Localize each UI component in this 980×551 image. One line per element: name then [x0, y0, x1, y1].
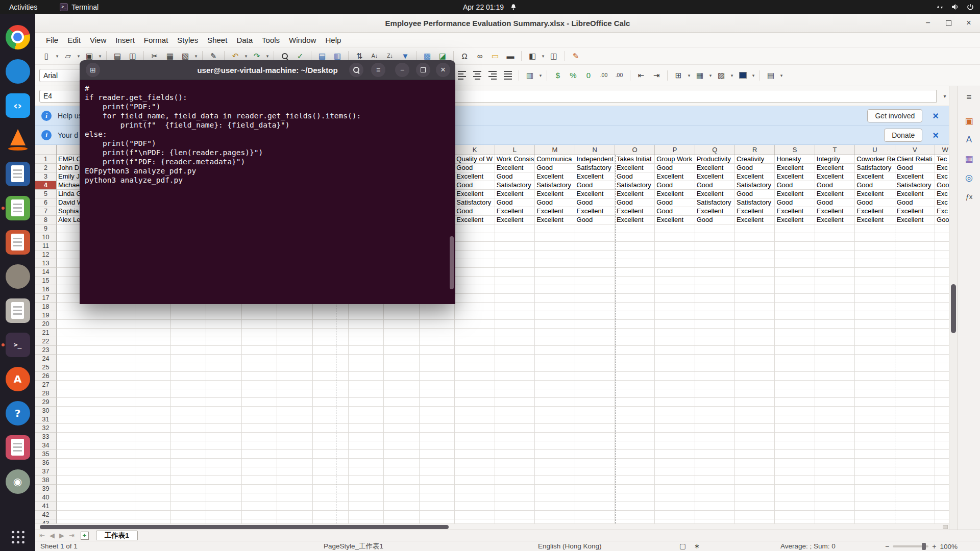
- cell-V5[interactable]: Excellent: [895, 190, 935, 198]
- cell-G25[interactable]: [313, 363, 349, 372]
- cell-A32[interactable]: [57, 424, 135, 433]
- cell-D21[interactable]: [206, 329, 242, 337]
- cell-T30[interactable]: [815, 407, 855, 415]
- cell-A34[interactable]: [57, 441, 135, 450]
- cell-D31[interactable]: [206, 415, 242, 424]
- cell-U16[interactable]: [855, 285, 895, 294]
- align-right-button[interactable]: [485, 69, 500, 82]
- cell-D25[interactable]: [206, 363, 242, 372]
- cell-H21[interactable]: [349, 329, 384, 337]
- cell-K23[interactable]: [455, 346, 495, 355]
- cell-B39[interactable]: [135, 485, 171, 493]
- cell-Q34[interactable]: [695, 441, 735, 450]
- cell-W3[interactable]: Exc: [935, 172, 949, 181]
- cell-W7[interactable]: Exc: [935, 207, 949, 216]
- cell-I24[interactable]: [384, 355, 420, 363]
- dock-item-messenger[interactable]: [0, 54, 35, 88]
- previous-sheet-button[interactable]: ◀: [50, 532, 55, 539]
- cell-K25[interactable]: [455, 363, 495, 372]
- cell-H23[interactable]: [349, 346, 384, 355]
- row-header-40[interactable]: 40: [35, 493, 57, 502]
- cell-D26[interactable]: [206, 372, 242, 381]
- cell-B22[interactable]: [135, 337, 171, 346]
- cell-Q13[interactable]: [695, 259, 735, 268]
- cell-W17[interactable]: [935, 294, 949, 303]
- cell-A28[interactable]: [57, 389, 135, 398]
- cell-B28[interactable]: [135, 389, 171, 398]
- cell-S29[interactable]: [775, 398, 815, 407]
- cell-N1[interactable]: Independent: [575, 155, 615, 164]
- cell-I40[interactable]: [384, 493, 420, 502]
- cell-I30[interactable]: [384, 407, 420, 415]
- cell-G40[interactable]: [313, 493, 349, 502]
- cell-K35[interactable]: [455, 450, 495, 459]
- dock-item-settings[interactable]: ◉: [0, 464, 35, 498]
- cell-J28[interactable]: [420, 389, 455, 398]
- cell-S20[interactable]: [775, 320, 815, 329]
- cell-L29[interactable]: [495, 398, 535, 407]
- cell-U29[interactable]: [855, 398, 895, 407]
- cell-W16[interactable]: [935, 285, 949, 294]
- cell-U5[interactable]: Excellent: [855, 190, 895, 198]
- cell-J33[interactable]: [420, 433, 455, 441]
- cell-K41[interactable]: [455, 502, 495, 511]
- cell-M19[interactable]: [535, 311, 575, 320]
- cell-H41[interactable]: [349, 502, 384, 511]
- cell-W43[interactable]: [935, 519, 949, 523]
- cell-V36[interactable]: [895, 459, 935, 467]
- cell-J24[interactable]: [420, 355, 455, 363]
- border-color-dropdown-icon[interactable]: ▾: [729, 73, 734, 78]
- cell-W18[interactable]: [935, 303, 949, 311]
- cell-M35[interactable]: [535, 450, 575, 459]
- cell-F30[interactable]: [277, 407, 313, 415]
- show-applications-button[interactable]: [11, 530, 24, 544]
- cell-O34[interactable]: [615, 441, 655, 450]
- cell-B35[interactable]: [135, 450, 171, 459]
- cell-D27[interactable]: [206, 381, 242, 389]
- cell-D42[interactable]: [206, 511, 242, 519]
- cell-S25[interactable]: [775, 363, 815, 372]
- cell-W19[interactable]: [935, 311, 949, 320]
- cell-W20[interactable]: [935, 320, 949, 329]
- terminal-scrollbar-thumb[interactable]: [450, 236, 454, 289]
- cell-R36[interactable]: [735, 459, 775, 467]
- row-header-25[interactable]: 25: [35, 363, 57, 372]
- cell-E42[interactable]: [242, 511, 278, 519]
- cell-V13[interactable]: [895, 259, 935, 268]
- cell-D20[interactable]: [206, 320, 242, 329]
- cell-A35[interactable]: [57, 450, 135, 459]
- cell-M6[interactable]: Good: [535, 198, 575, 207]
- system-tray[interactable]: [937, 0, 974, 14]
- cell-Q41[interactable]: [695, 502, 735, 511]
- cell-S42[interactable]: [775, 511, 815, 519]
- cell-C37[interactable]: [171, 467, 207, 476]
- clock-menu[interactable]: Apr 22 01:19: [463, 0, 517, 14]
- cell-F28[interactable]: [277, 389, 313, 398]
- cell-B42[interactable]: [135, 511, 171, 519]
- cell-H22[interactable]: [349, 337, 384, 346]
- new-tab-button[interactable]: ⊞: [86, 63, 100, 77]
- cell-M39[interactable]: [535, 485, 575, 493]
- cell-J32[interactable]: [420, 424, 455, 433]
- cell-K42[interactable]: [455, 511, 495, 519]
- cell-D24[interactable]: [206, 355, 242, 363]
- cell-R28[interactable]: [735, 389, 775, 398]
- cell-V33[interactable]: [895, 433, 935, 441]
- conditional-formatting-dropdown-icon[interactable]: ▾: [779, 73, 784, 78]
- cell-F27[interactable]: [277, 381, 313, 389]
- sheet-info[interactable]: Sheet 1 of 1: [40, 541, 78, 551]
- vertical-scrollbar[interactable]: [949, 86, 958, 530]
- cell-K19[interactable]: [455, 311, 495, 320]
- row-header-5[interactable]: 5: [35, 190, 57, 198]
- column-header-T[interactable]: T: [815, 145, 855, 155]
- cell-O26[interactable]: [615, 372, 655, 381]
- cell-W14[interactable]: [935, 268, 949, 277]
- cell-W35[interactable]: [935, 450, 949, 459]
- cell-H40[interactable]: [349, 493, 384, 502]
- cell-R34[interactable]: [735, 441, 775, 450]
- cell-Q40[interactable]: [695, 493, 735, 502]
- cell-L36[interactable]: [495, 459, 535, 467]
- row-header-22[interactable]: 22: [35, 337, 57, 346]
- cell-R22[interactable]: [735, 337, 775, 346]
- cell-D30[interactable]: [206, 407, 242, 415]
